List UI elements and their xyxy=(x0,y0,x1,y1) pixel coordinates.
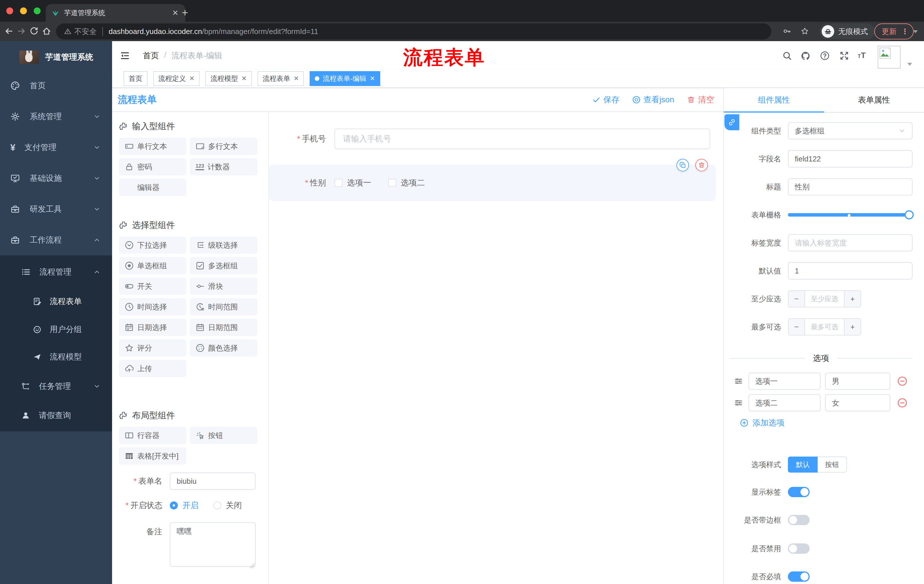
tag-process-form[interactable]: 流程表单✕ xyxy=(257,71,304,86)
component-chip-upload[interactable]: 上传 xyxy=(119,360,186,377)
add-option-button[interactable]: 添加选项 xyxy=(740,417,784,429)
component-chip-button[interactable]: 按钮 xyxy=(190,427,257,444)
component-chip-table[interactable]: 表格[开发中] xyxy=(119,447,186,465)
drag-handle-icon[interactable] xyxy=(734,377,743,385)
component-chip-multi-text[interactable]: 多行文本 xyxy=(190,138,257,155)
stepper-minus-button[interactable]: − xyxy=(789,291,805,307)
phone-input[interactable] xyxy=(335,128,710,149)
component-chip-row-container[interactable]: 行容器 xyxy=(119,427,186,444)
show-label-switch[interactable] xyxy=(788,487,810,497)
sidebar-item-payment[interactable]: ¥ 支付管理 xyxy=(0,132,112,163)
bookmark-star-icon[interactable] xyxy=(800,27,809,35)
sidebar-item-process-mgmt[interactable]: 流程管理 xyxy=(0,257,112,288)
help-icon[interactable] xyxy=(820,51,830,61)
stepper-plus-button[interactable]: + xyxy=(845,291,861,307)
browser-menu-icon[interactable]: ⋮ xyxy=(901,27,909,36)
tag-close-icon[interactable]: ✕ xyxy=(294,75,299,82)
sidebar-item-process-form[interactable]: 流程表单 xyxy=(0,288,112,316)
component-chip-switch[interactable]: 开关 xyxy=(119,278,186,295)
sidebar-item-system[interactable]: 系统管理 xyxy=(0,101,112,132)
home-icon[interactable] xyxy=(42,26,51,36)
sidebar-item-home[interactable]: 首页 xyxy=(0,70,112,101)
component-chip-rate[interactable]: 评分 xyxy=(119,339,186,357)
forward-icon[interactable] xyxy=(16,26,26,36)
canvas-field-phone[interactable]: *手机号 xyxy=(269,128,716,149)
component-chip-counter[interactable]: 123计数器 xyxy=(190,158,257,175)
component-chip-checkbox-group[interactable]: 多选框组 xyxy=(190,257,257,274)
sidebar-item-workflow[interactable]: 工作流程 xyxy=(0,225,112,255)
stepper-plus-button[interactable]: + xyxy=(845,319,861,335)
canvas-field-gender-selected[interactable]: *性别 选项一 选项二 xyxy=(269,165,716,201)
remove-option-icon[interactable] xyxy=(897,376,908,386)
component-chip-slider[interactable]: 滑块 xyxy=(190,278,257,295)
status-radio-on[interactable]: 开启 xyxy=(170,500,198,511)
window-zoom-button[interactable] xyxy=(34,7,41,14)
fullscreen-icon[interactable] xyxy=(839,51,849,61)
tag-close-icon[interactable]: ✕ xyxy=(241,75,246,82)
tab-close-icon[interactable]: ✕ xyxy=(171,8,180,17)
stepper-minus-button[interactable]: − xyxy=(789,319,805,335)
update-button[interactable]: 更新 ⋮ xyxy=(874,23,914,39)
slider-handle[interactable] xyxy=(904,210,914,219)
component-chip-password[interactable]: 密码 xyxy=(119,158,186,175)
label-width-input[interactable] xyxy=(788,234,912,252)
breadcrumb-home[interactable]: 首页 xyxy=(143,50,159,61)
style-default-button[interactable]: 默认 xyxy=(788,457,818,472)
tag-process-form-edit[interactable]: 流程表单-编辑✕ xyxy=(310,71,380,86)
tag-close-icon[interactable]: ✕ xyxy=(189,75,195,82)
tag-process-model[interactable]: 流程模型✕ xyxy=(205,71,252,86)
max-stepper-input[interactable] xyxy=(805,319,845,335)
tab-form-props[interactable]: 表单属性 xyxy=(824,88,924,112)
grid-slider[interactable] xyxy=(788,210,912,219)
password-key-icon[interactable] xyxy=(783,27,791,35)
view-json-button[interactable]: 查看json xyxy=(632,94,674,105)
component-chip-single-text[interactable]: 单行文本 xyxy=(119,138,186,155)
sidebar-item-devtools[interactable]: 研发工具 xyxy=(0,194,112,225)
reload-icon[interactable] xyxy=(29,26,39,36)
checkbox-icon[interactable] xyxy=(388,179,396,187)
avatar[interactable] xyxy=(878,46,901,69)
option-2-value-input[interactable] xyxy=(825,394,890,411)
new-tab-button[interactable]: + xyxy=(182,5,188,20)
sidebar-fold-icon[interactable] xyxy=(120,51,130,61)
form-canvas[interactable]: *手机号 *性别 选项一 选项二 xyxy=(269,112,723,584)
component-chip-time[interactable]: 时间选择 xyxy=(119,298,186,316)
sidebar-logo[interactable]: 芋道管理系统 xyxy=(0,44,112,70)
window-minimize-button[interactable] xyxy=(20,7,27,14)
gender-option-1[interactable]: 选项一 xyxy=(335,178,371,188)
option-2-label-input[interactable] xyxy=(749,394,820,411)
avatar-caret-icon[interactable] xyxy=(908,63,912,66)
back-icon[interactable] xyxy=(4,26,14,36)
sidebar-item-user-group[interactable]: 用户分组 xyxy=(0,316,112,344)
tab-component-props[interactable]: 组件属性 xyxy=(724,88,824,112)
gender-option-2[interactable]: 选项二 xyxy=(388,178,425,188)
remove-option-icon[interactable] xyxy=(897,398,908,408)
textarea-resize-grip[interactable] xyxy=(249,563,254,568)
sidebar-item-infra[interactable]: 基础设施 xyxy=(0,163,112,194)
style-button-button[interactable]: 按钮 xyxy=(818,457,847,472)
github-icon[interactable] xyxy=(800,51,811,61)
form-remark-textarea[interactable]: 嘿嘿 xyxy=(170,522,256,567)
window-close-button[interactable] xyxy=(6,7,13,14)
security-status[interactable]: 不安全 xyxy=(64,26,97,36)
browser-tab[interactable]: 芋道管理系统 ✕ xyxy=(46,4,185,22)
drag-handle-icon[interactable] xyxy=(734,398,743,407)
component-type-select[interactable]: 多选框组 xyxy=(788,122,912,140)
save-button[interactable]: 保存 xyxy=(592,94,620,105)
tag-home[interactable]: 首页 xyxy=(124,71,147,86)
address-bar[interactable]: 不安全 dashboard.yudao.iocoder.cn/bpm/manag… xyxy=(56,23,771,39)
search-icon[interactable] xyxy=(782,51,792,61)
border-switch[interactable] xyxy=(788,515,810,525)
status-radio-off[interactable]: 关闭 xyxy=(213,500,242,511)
component-chip-select[interactable]: 下拉选择 xyxy=(119,237,186,254)
component-chip-cascader[interactable]: 级联选择 xyxy=(190,237,257,254)
option-1-value-input[interactable] xyxy=(825,373,890,390)
min-stepper-input[interactable] xyxy=(805,291,845,307)
component-delete-button[interactable] xyxy=(695,159,708,171)
field-name-input[interactable] xyxy=(788,150,912,168)
component-copy-button[interactable] xyxy=(676,159,689,171)
component-chip-radio-group[interactable]: 单选框组 xyxy=(119,257,186,274)
font-size-icon[interactable]: TT xyxy=(858,50,866,60)
component-chip-time-range[interactable]: 时间范围 xyxy=(190,298,257,316)
component-chip-date[interactable]: 日期选择 xyxy=(119,319,186,336)
